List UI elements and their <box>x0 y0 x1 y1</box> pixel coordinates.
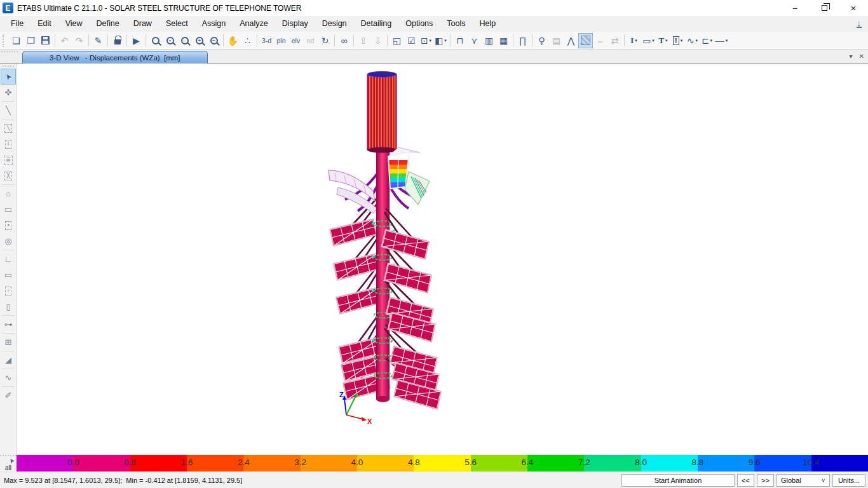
draw-frame-props-button[interactable]: ⊓ <box>452 33 467 48</box>
rect-section-button[interactable]: ▭▾ <box>641 33 656 48</box>
quick-draw-braces-tool[interactable]: ╳ <box>1 168 16 184</box>
view-plan-button[interactable]: pln <box>274 33 288 48</box>
pan-button[interactable]: ✋ <box>226 33 240 48</box>
menu-view[interactable]: View <box>58 16 90 32</box>
object-view-options-button[interactable]: ⊡▾ <box>419 33 433 48</box>
undo-icon: ↶ <box>61 36 69 45</box>
menu-help[interactable]: Help <box>473 16 503 32</box>
cable-button[interactable]: ⋀ <box>564 33 578 48</box>
menu-file[interactable]: File <box>4 16 31 32</box>
draw-door-tool[interactable]: ▯ <box>1 299 16 315</box>
legend-colorbar: 0.00.81.62.43.24.04.85.66.47.28.08.89.61… <box>17 455 868 471</box>
prev-step-button[interactable]: << <box>737 474 754 487</box>
lock-model-button[interactable] <box>110 33 125 48</box>
dropdown-arrow-icon[interactable]: ▾ <box>444 38 447 43</box>
coord-system-select[interactable]: Global ∨ <box>776 474 830 487</box>
channel-section-button[interactable]: ⊏▾ <box>700 33 714 48</box>
dropdown-arrow-icon[interactable]: ▾ <box>696 38 698 43</box>
quick-draw-wall-tool[interactable]: ▫ <box>1 283 16 299</box>
restore-full-view-button[interactable]: • <box>163 33 177 48</box>
dropdown-arrow-icon[interactable]: ▾ <box>652 38 654 43</box>
quick-draw-beams-tool[interactable]: ≣ <box>1 152 16 168</box>
shaded-view-button[interactable]: ◧▾ <box>433 33 448 48</box>
assign-joint-button[interactable]: ⋎ <box>467 33 482 48</box>
draw-wall-corner-tool[interactable]: ∟ <box>1 251 16 267</box>
select-pointer-tool[interactable]: ➤ <box>1 69 16 85</box>
perspective-toggle-button[interactable]: ∴ <box>240 33 255 48</box>
assign-frame-load-button[interactable]: ▥ <box>482 33 496 48</box>
dropdown-arrow-icon[interactable]: ▾ <box>681 38 683 43</box>
i-section-button[interactable]: I▾ <box>627 33 641 48</box>
menu-design[interactable]: Design <box>315 16 354 32</box>
open-file-button[interactable]: ❒ <box>24 33 38 48</box>
texture-view-button[interactable] <box>578 33 593 48</box>
dropdown-arrow-icon[interactable]: ▾ <box>430 38 432 43</box>
menu-define[interactable]: Define <box>90 16 126 32</box>
box-i-section-button[interactable]: I▾ <box>670 33 685 48</box>
draw-wall-stack-tool[interactable]: ◢ <box>1 352 16 368</box>
next-step-button[interactable]: >> <box>757 474 774 487</box>
download-icon[interactable]: ↓ <box>857 20 862 28</box>
assign-area-load-button[interactable]: ▦ <box>496 33 511 48</box>
dropdown-arrow-icon[interactable]: ▾ <box>710 38 713 43</box>
menu-select[interactable]: Select <box>159 16 195 32</box>
t-section-button[interactable]: T▾ <box>656 33 670 48</box>
tab-menu-icon[interactable]: ▾ <box>850 52 853 61</box>
rotate-3d-view-button[interactable]: ↻ <box>318 33 332 48</box>
line-section-button[interactable]: —▾ <box>714 33 729 48</box>
menu-display[interactable]: Display <box>275 16 315 32</box>
previous-zoom-button[interactable]: ← <box>177 33 192 48</box>
frame-section-button[interactable]: ∏ <box>515 33 530 48</box>
quick-draw-column-tool[interactable]: I <box>1 136 16 152</box>
select-all-button[interactable]: ➤ all <box>0 455 17 471</box>
sidebar-separator <box>2 351 15 351</box>
draw-line-tool[interactable]: ╲ <box>1 102 16 118</box>
assign-plumb-button[interactable]: ⚲ <box>534 33 549 48</box>
minimize-button[interactable]: – <box>780 0 810 16</box>
object-shrink-toggle-button[interactable]: ∞ <box>337 33 351 48</box>
tab-3d-view[interactable]: 3-D View - Displacements (WZa) [mm] <box>22 51 208 64</box>
view-elevation-button[interactable]: elv <box>288 33 303 48</box>
draw-tendon-tool[interactable]: ∿ <box>1 370 16 386</box>
reshape-tool[interactable]: ✜ <box>1 85 16 100</box>
save-button[interactable] <box>38 33 53 48</box>
menu-options[interactable]: Options <box>398 16 440 32</box>
menu-draw[interactable]: Draw <box>126 16 159 32</box>
units-button[interactable]: Units... <box>832 474 865 487</box>
tab-strip: 3-D View - Displacements (WZa) [mm] ▾ ✕ <box>0 50 868 64</box>
edit-tool-button[interactable]: ✎ <box>91 33 105 48</box>
dropdown-arrow-icon[interactable]: ▾ <box>665 38 668 43</box>
draw-poly-area-tool[interactable]: ⌂ <box>1 186 16 201</box>
set-display-options-button[interactable]: ☑ <box>404 33 419 48</box>
zoom-out-button[interactable]: − <box>207 33 221 48</box>
menu-analyze[interactable]: Analyze <box>233 16 275 32</box>
start-animation-button[interactable]: Start Animation <box>621 474 735 487</box>
dropdown-arrow-icon[interactable]: ▾ <box>635 38 637 43</box>
draw-grid-tool[interactable]: ⊞ <box>1 334 16 350</box>
close-button[interactable]: × <box>839 0 868 16</box>
menu-assign[interactable]: Assign <box>195 16 233 32</box>
tendon-section-button[interactable]: ∿▾ <box>685 33 700 48</box>
draw-window-tool[interactable]: ▭ <box>1 267 16 283</box>
draw-rect-area-tool[interactable]: ▭ <box>1 201 16 217</box>
rubber-band-zoom-button[interactable] <box>148 33 163 48</box>
restore-button[interactable] <box>810 0 839 16</box>
draw-grid-icon: ⊞ <box>5 337 12 347</box>
quick-draw-area-tool[interactable]: ▪ <box>1 217 16 233</box>
model-viewport[interactable]: Z X <box>17 64 868 455</box>
draw-dimension-tool[interactable]: ✐ <box>1 388 16 403</box>
quick-draw-opening-tool[interactable]: ◎ <box>1 233 16 249</box>
shrink-objects-button[interactable]: ◱ <box>390 33 404 48</box>
tab-close-icon[interactable]: ✕ <box>859 52 864 61</box>
legend-tick-label: 3.2 <box>294 458 306 467</box>
quick-draw-frame-tool[interactable]: ╲ <box>1 120 16 136</box>
zoom-in-button[interactable]: + <box>192 33 207 48</box>
new-model-button[interactable]: ❏ <box>9 33 24 48</box>
run-analysis-button[interactable]: ▶ <box>129 33 144 48</box>
dropdown-arrow-icon[interactable]: ▾ <box>726 38 728 43</box>
menu-tools[interactable]: Tools <box>440 16 472 32</box>
menu-detailing[interactable]: Detailing <box>354 16 399 32</box>
view-3d-button[interactable]: 3-d <box>259 33 274 48</box>
draw-link-tool[interactable]: ⊶ <box>1 316 16 332</box>
menu-edit[interactable]: Edit <box>31 16 58 32</box>
